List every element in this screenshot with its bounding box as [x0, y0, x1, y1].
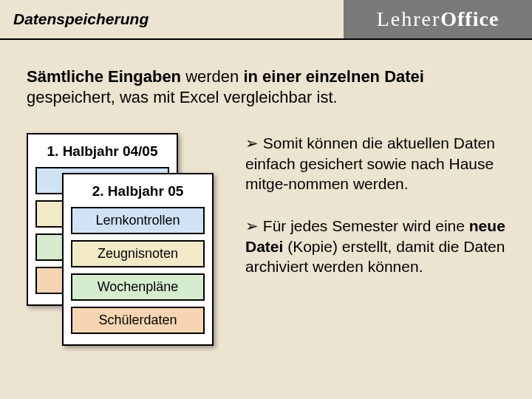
page-title: Datenspeicherung [0, 10, 344, 28]
bullet2-text1: Für jedes Semester wird eine [259, 217, 469, 234]
intro-seg1: Sämtliche Eingaben [27, 67, 181, 86]
arrow-icon: ➢ [245, 134, 259, 151]
header-bar: Datenspeicherung LehrerOffice [0, 0, 532, 40]
card2-item-lernkontrollen: Lernkontrollen [71, 207, 205, 234]
semester-cards: 1. Halbjahr 04/05 2. Halbjahr 05 Lernkon… [27, 133, 219, 347]
bullet-2: ➢ Für jedes Semester wird eine neue Date… [245, 216, 505, 276]
intro-seg4: gespeichert, was mit Excel vergleichbar … [27, 88, 338, 106]
card2-item-wochenplaene: Wochenpläne [71, 273, 205, 301]
intro-seg2: werden [181, 67, 243, 86]
bullet-1: ➢ Somit können die aktuellen Daten einfa… [245, 133, 505, 194]
brand-thin: Lehrer [377, 7, 441, 31]
card2-item-schuelerdaten: Schülerdaten [71, 307, 205, 334]
card1-title: 1. Halbjahr 04/05 [35, 143, 169, 160]
bullet1-text: Somit können die aktuellen Daten einfach… [245, 134, 495, 192]
card2-item-zeugnisnoten: Zeugnisnoten [71, 240, 205, 267]
brand-logo: LehrerOffice [344, 0, 532, 38]
arrow-icon: ➢ [245, 217, 259, 234]
bullet-list: ➢ Somit können die aktuellen Daten einfa… [245, 133, 505, 299]
content-area: Sämtliche Eingaben werden in einer einze… [0, 40, 532, 347]
brand-bold: Office [440, 7, 499, 31]
intro-seg3: in einer einzelnen Datei [243, 67, 424, 86]
card2-title: 2. Halbjahr 05 [71, 183, 205, 200]
card-semester-2: 2. Halbjahr 05 Lernkontrollen Zeugnisnot… [62, 173, 214, 346]
two-column-layout: 1. Halbjahr 04/05 2. Halbjahr 05 Lernkon… [27, 133, 505, 347]
intro-text: Sämtliche Eingaben werden in einer einze… [27, 66, 505, 108]
bullet2-text2: (Kopie) erstellt, damit die Daten archiv… [245, 238, 505, 275]
